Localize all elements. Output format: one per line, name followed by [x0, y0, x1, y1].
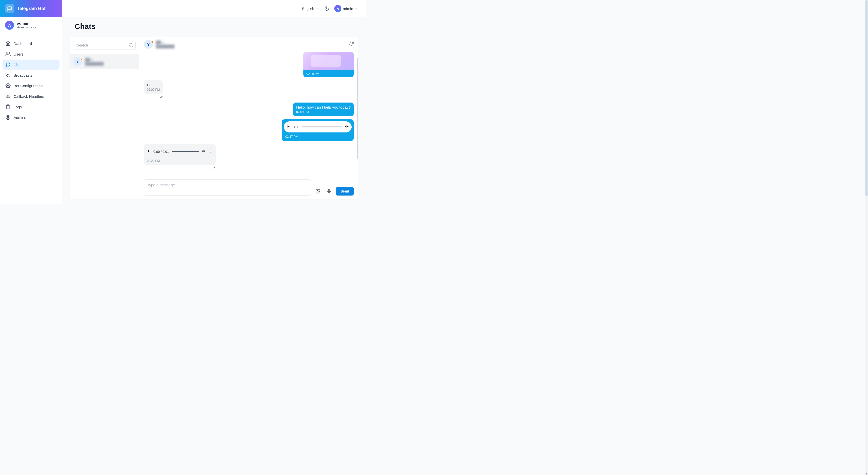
audio-track[interactable]: [172, 151, 199, 152]
sidebar-item-label: Callback Handlers: [13, 94, 44, 98]
bug-icon: [5, 94, 10, 99]
send-button[interactable]: Send: [336, 187, 353, 196]
brand-title: Telegram Bot: [17, 6, 46, 11]
svg-marker-11: [202, 150, 204, 152]
sidebar-item-label: Bot Configuration: [13, 84, 43, 88]
content: Y ██ ● ████████ Y: [62, 37, 366, 204]
status-dot-icon: [151, 41, 153, 43]
svg-point-5: [7, 116, 9, 118]
message-text: Hello, how can I help you today?: [296, 105, 351, 109]
chat-item-sub: ████████: [85, 62, 104, 66]
message-text: Hi: [147, 83, 160, 87]
refresh-icon: [349, 41, 353, 46]
composer: Send: [140, 176, 358, 199]
topbar-username: admin: [343, 6, 353, 11]
chat-list-item[interactable]: Y ██ ● ████████: [69, 54, 139, 69]
status-dot-icon: [80, 58, 83, 61]
svg-rect-2: [7, 95, 9, 98]
clipboard-icon: [5, 104, 10, 109]
nav: Dashboard Users Chats Broadcasts Bot Con…: [0, 33, 62, 128]
mic-icon: [327, 189, 332, 194]
language-selector[interactable]: English: [302, 6, 319, 11]
play-button[interactable]: [287, 125, 290, 129]
message-time: 02:09 PM: [147, 88, 160, 91]
conversation-name: ██ ●: [156, 40, 175, 44]
sidebar-item-label: Chats: [13, 63, 23, 67]
sidebar-item-label: Logs: [13, 105, 22, 109]
sidebar-item-label: Users: [13, 52, 23, 56]
svg-marker-8: [287, 125, 289, 128]
sidebar-item-chats[interactable]: Chats: [2, 60, 60, 70]
topbar: English A admin: [62, 0, 366, 17]
attach-image-button[interactable]: [314, 187, 322, 195]
refresh-button[interactable]: [349, 41, 353, 47]
conversation-avatar: Y: [144, 40, 153, 49]
sidebar-item-label: Broadcasts: [13, 73, 32, 78]
sidebar-item-broadcasts[interactable]: Broadcasts: [2, 70, 60, 80]
chat-search: [73, 41, 135, 50]
record-audio-button[interactable]: [325, 187, 333, 195]
sidebar-item-callback-handlers[interactable]: Callback Handlers: [2, 91, 60, 101]
brand-icon: [5, 4, 14, 13]
message-input[interactable]: [144, 179, 311, 196]
svg-marker-9: [345, 125, 346, 127]
chat-icon: [5, 62, 10, 67]
search-input[interactable]: [73, 41, 135, 50]
message-time: 02:20 PM: [147, 158, 213, 162]
more-button[interactable]: [209, 149, 213, 154]
audio-track[interactable]: [302, 126, 342, 127]
message-audio-out: 0:00 02:17 PM: [282, 119, 353, 141]
audio-time: 0:00: [293, 125, 299, 129]
page-title: Chats: [74, 22, 353, 31]
main: English A admin Chats: [62, 0, 366, 204]
svg-point-0: [6, 52, 8, 54]
svg-point-1: [7, 85, 9, 86]
messages: 02:06 PM Hi 02:09 PM Hello, how can I: [140, 52, 358, 176]
svg-point-12: [211, 150, 211, 150]
chat-item-name: ██ ●: [85, 58, 104, 62]
svg-marker-10: [148, 150, 150, 153]
svg-point-16: [317, 190, 318, 191]
svg-point-13: [211, 151, 211, 151]
profile-avatar: A: [5, 21, 14, 30]
chevron-down-icon: [354, 7, 358, 10]
user-menu[interactable]: A admin: [334, 5, 358, 12]
search-icon: [129, 43, 133, 48]
topbar-avatar: A: [334, 5, 341, 12]
svg-line-7: [132, 46, 132, 47]
play-button[interactable]: [147, 149, 150, 154]
profile-name: admin: [17, 21, 36, 25]
message-audio-in: 0:00 / 0:01 02:20 PM: [144, 144, 216, 165]
conversation: Y ██ ● ████████: [140, 37, 358, 199]
conversation-sub: ████████: [156, 44, 175, 48]
sidebar-item-label: Dashboard: [13, 41, 32, 46]
image-thumbnail[interactable]: [303, 52, 353, 70]
chat-list: Y ██ ● ████████: [69, 37, 140, 199]
sidebar-item-bot-configuration[interactable]: Bot Configuration: [2, 81, 60, 91]
message-time: 02:09 PM: [296, 110, 351, 114]
read-receipt-icon: [159, 95, 162, 99]
moon-icon: [324, 6, 329, 11]
chats-panel: Y ██ ● ████████ Y: [69, 37, 358, 199]
conversation-header: Y ██ ● ████████: [140, 37, 358, 52]
message-in: Hi 02:09 PM: [144, 80, 163, 94]
sidebar-item-admins[interactable]: Admins: [2, 112, 60, 122]
theme-toggle[interactable]: [324, 6, 329, 11]
messages-scrollbar[interactable]: [356, 58, 358, 158]
audio-player: 0:00 / 0:01: [147, 146, 213, 157]
sidebar-item-dashboard[interactable]: Dashboard: [2, 38, 60, 49]
sidebar-item-users[interactable]: Users: [2, 49, 60, 59]
gear-icon: [5, 83, 10, 88]
message-time: 02:06 PM: [303, 70, 353, 77]
sidebar-item-label: Admins: [13, 115, 26, 120]
volume-icon[interactable]: [202, 149, 206, 154]
sidebar-item-logs[interactable]: Logs: [2, 102, 60, 112]
megaphone-icon: [5, 72, 10, 78]
sidebar: Telegram Bot A admin Administrator Dashb…: [0, 0, 62, 204]
audio-player: 0:00: [284, 121, 352, 132]
svg-point-6: [129, 43, 132, 46]
svg-point-14: [211, 152, 211, 153]
audio-time: 0:00 / 0:01: [153, 150, 169, 154]
volume-icon[interactable]: [345, 124, 349, 129]
read-receipt-icon: [212, 166, 215, 170]
